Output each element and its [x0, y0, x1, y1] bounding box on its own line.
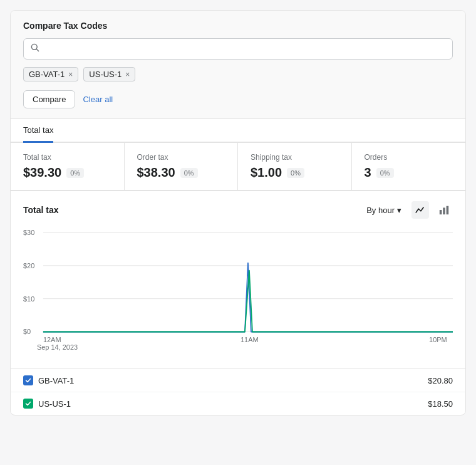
svg-text:$0: $0: [23, 328, 31, 335]
stats-section: Total tax Total tax $39.30 0% Order tax …: [11, 119, 465, 191]
chart-header: Total tax By hour ▾: [23, 201, 453, 219]
svg-text:$30: $30: [23, 229, 34, 236]
chart-title: Total tax: [23, 205, 59, 215]
legend-left-gb-vat-1: GB-VAT-1: [23, 375, 74, 385]
by-hour-label: By hour: [366, 206, 395, 215]
tags-row: GB-VAT-1 × US-US-1 ×: [23, 67, 453, 81]
stat-order-tax-badge: 0%: [180, 168, 198, 178]
svg-rect-4: [447, 206, 449, 215]
svg-rect-3: [443, 207, 445, 214]
svg-text:$20: $20: [23, 262, 34, 269]
legend-section: GB-VAT-1 $20.80 US-US-1 $18.50: [11, 368, 465, 415]
compare-button[interactable]: Compare: [23, 90, 75, 108]
svg-rect-2: [440, 210, 442, 214]
tag-gb-vat-1-remove[interactable]: ×: [68, 71, 73, 78]
search-input[interactable]: [44, 44, 446, 54]
tab-bar: Total tax: [11, 119, 465, 143]
legend-label-us-us-1: US-US-1: [38, 399, 71, 409]
tag-us-us-1: US-US-1 ×: [83, 67, 135, 81]
stat-total-tax-badge: 0%: [66, 168, 84, 178]
stat-order-tax: Order tax $38.30 0%: [125, 143, 239, 190]
stat-orders-value-row: 3 0%: [365, 165, 453, 180]
stat-shipping-tax-value-row: $1.00 0%: [251, 165, 339, 180]
stat-orders: Orders 3 0%: [352, 143, 466, 190]
stat-order-tax-label: Order tax: [137, 153, 225, 162]
stats-grid: Total tax $39.30 0% Order tax $38.30 0% …: [11, 143, 465, 191]
legend-value-us-us-1: $18.50: [428, 399, 453, 409]
actions-row: Compare Clear all: [23, 90, 453, 108]
by-hour-button[interactable]: By hour ▾: [363, 203, 405, 217]
stat-order-tax-value-row: $38.30 0%: [137, 165, 225, 180]
legend-label-gb-vat-1: GB-VAT-1: [38, 376, 74, 385]
stat-total-tax: Total tax $39.30 0%: [11, 143, 125, 190]
bar-chart-icon-button[interactable]: [435, 201, 453, 219]
stat-total-tax-value-row: $39.30 0%: [23, 165, 111, 180]
legend-value-gb-vat-1: $20.80: [428, 376, 453, 385]
page-title: Compare Tax Codes: [23, 21, 453, 31]
svg-line-1: [36, 49, 39, 51]
stat-shipping-tax-label: Shipping tax: [251, 153, 339, 162]
stat-shipping-tax-badge: 0%: [287, 168, 304, 178]
search-wrapper: [23, 38, 453, 60]
line-chart-icon-button[interactable]: [411, 201, 429, 219]
svg-text:11AM: 11AM: [241, 336, 259, 343]
top-section: Compare Tax Codes GB-VAT-1 × US-US-1 × C…: [11, 11, 465, 119]
tag-us-us-1-label: US-US-1: [89, 70, 122, 79]
tag-gb-vat-1: GB-VAT-1 ×: [23, 67, 78, 81]
legend-left-us-us-1: US-US-1: [23, 399, 71, 409]
legend-item-gb-vat-1: GB-VAT-1 $20.80: [11, 369, 465, 392]
stat-total-tax-value: $39.30: [23, 165, 61, 180]
svg-text:12AM: 12AM: [43, 336, 61, 343]
stat-shipping-tax-value: $1.00: [251, 165, 282, 180]
svg-text:10PM: 10PM: [429, 336, 447, 343]
stat-total-tax-label: Total tax: [23, 153, 111, 162]
chevron-down-icon: ▾: [397, 206, 401, 215]
chart-svg: $30 $20 $10 $0 12AM Sep 14, 2023 11AM 10: [23, 226, 453, 363]
stat-orders-label: Orders: [365, 153, 453, 162]
legend-check-gb-vat-1[interactable]: [23, 375, 33, 385]
stat-shipping-tax: Shipping tax $1.00 0%: [238, 143, 352, 190]
chart-controls: By hour ▾: [363, 201, 453, 219]
stat-orders-value: 3: [365, 165, 371, 180]
legend-item-us-us-1: US-US-1 $18.50: [11, 392, 465, 415]
tag-gb-vat-1-label: GB-VAT-1: [29, 70, 65, 79]
search-icon: [30, 43, 40, 55]
tag-us-us-1-remove[interactable]: ×: [125, 71, 130, 78]
chart-wrapper: $30 $20 $10 $0 12AM Sep 14, 2023 11AM 10: [23, 226, 453, 363]
stat-orders-badge: 0%: [376, 168, 394, 178]
main-card: Compare Tax Codes GB-VAT-1 × US-US-1 × C…: [10, 10, 466, 415]
legend-check-us-us-1[interactable]: [23, 399, 33, 409]
stat-order-tax-value: $38.30: [137, 165, 175, 180]
svg-text:$10: $10: [23, 295, 34, 303]
tab-total-tax[interactable]: Total tax: [23, 119, 53, 143]
svg-text:Sep 14, 2023: Sep 14, 2023: [37, 343, 78, 351]
clear-all-button[interactable]: Clear all: [83, 95, 113, 104]
chart-section: Total tax By hour ▾: [11, 191, 465, 363]
